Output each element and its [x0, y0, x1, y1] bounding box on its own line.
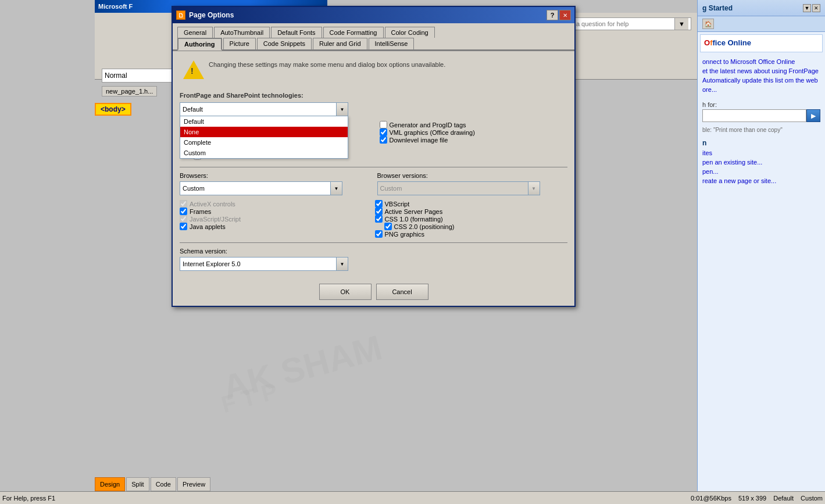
search-go-btn[interactable]: ▶ [806, 109, 820, 122]
cb-asp[interactable] [375, 208, 383, 215]
tab-code-formatting[interactable]: Code Formatting [323, 27, 384, 38]
cb-css2[interactable] [384, 223, 392, 230]
right-panel-links: onnect to Microsoft Office Online et the… [698, 55, 825, 99]
option-complete[interactable]: Complete [180, 137, 348, 148]
technologies-popup: Default None Complete Custom [180, 116, 348, 159]
cb-down-row: Downlevel image file [380, 136, 568, 144]
cb-js-row: JavaScript/JScript [180, 215, 373, 223]
right-panel-header: g Started ▼ ✕ [698, 0, 825, 16]
cb-javascript[interactable] [180, 215, 187, 223]
warning-row: Changing these settings may make some me… [180, 57, 567, 85]
tab-row-1: General AutoThumbnail Default Fonts Code… [173, 23, 574, 38]
cb-asp-row: Active Server Pages [375, 208, 568, 215]
cb-down-label: Downlevel image file [390, 137, 448, 144]
cb-png-label: PNG graphics [385, 231, 424, 238]
cb-java-applets[interactable] [180, 223, 187, 230]
cb-activex[interactable] [180, 200, 187, 208]
frontpage-label: FrontPage and SharePoint technologies: [180, 92, 567, 99]
cb-css1-label: CSS 1.0 (formatting) [385, 216, 443, 223]
link-open[interactable]: pen... [702, 168, 820, 175]
panel-close-btn[interactable]: ✕ [812, 4, 820, 12]
panel-nav-bar: 🏠 [698, 16, 825, 32]
browsers-section: Browsers: Custom ▼ Browser versions: Cus… [180, 172, 567, 195]
page-options-dialog: 🗋 Page Options ? ✕ General AutoThumbnail… [172, 6, 576, 307]
cb-vml-label: VML graphics (Office drawing) [390, 129, 475, 136]
schema-arrow[interactable]: ▼ [336, 258, 348, 270]
tab-picture[interactable]: Picture [223, 38, 256, 49]
cb-gen-label: Generator and ProgID tags [390, 121, 466, 128]
sites-section: n ites pen an existing site... pen... re… [698, 135, 825, 190]
cb-png-row: PNG graphics [375, 230, 568, 238]
search-label: h for: [702, 101, 820, 108]
browsers-dropdown-arrow[interactable]: ▼ [330, 182, 342, 195]
link-news[interactable]: et the latest news about using FrontPage [702, 67, 820, 74]
cb-asp-label: Active Server Pages [385, 208, 443, 215]
browsers-dropdown[interactable]: Custom ▼ [180, 181, 342, 195]
tab-code-snippets[interactable]: Code Snippets [257, 38, 312, 49]
browser-versions-arrow[interactable]: ▼ [528, 182, 540, 195]
search-row: ▶ [702, 109, 820, 122]
search-input[interactable] [702, 109, 806, 122]
ok-button[interactable]: OK [319, 284, 372, 300]
technologies-dropdown[interactable]: Default ▼ [180, 102, 348, 116]
browsers-col: Browsers: Custom ▼ [180, 172, 370, 195]
tab-color-coding[interactable]: Color Coding [385, 27, 435, 38]
cb-png[interactable] [375, 230, 383, 238]
cb-vml[interactable] [380, 128, 387, 136]
cb-generator-progid[interactable] [380, 121, 387, 128]
panel-dropdown-btn[interactable]: ▼ [803, 4, 811, 12]
option-default[interactable]: Default [180, 116, 348, 127]
option-none[interactable]: None [180, 127, 348, 137]
status-dimensions: 519 x 399 [738, 495, 766, 502]
features-col-right: VBScript Active Server Pages CSS 1.0 (fo… [375, 200, 568, 238]
right-panel-controls[interactable]: ▼ ✕ [803, 4, 820, 12]
section-divider-1 [180, 167, 567, 167]
cancel-button[interactable]: Cancel [376, 284, 428, 300]
dialog-icon: 🗋 [176, 10, 185, 20]
link-open-site[interactable]: pen an existing site... [702, 159, 820, 166]
link-more[interactable]: ore... [702, 86, 820, 93]
dialog-titlebar: 🗋 Page Options ? ✕ [173, 7, 574, 23]
technologies-arrow[interactable]: ▼ [336, 103, 348, 116]
cb-downlevel[interactable] [380, 136, 387, 144]
tab-intellisense[interactable]: IntelliSense [369, 38, 415, 49]
cb-vbscript[interactable] [180, 208, 187, 215]
schema-dropdown[interactable]: Internet Explorer 5.0 ▼ [180, 257, 348, 271]
tech-col-right: Generator and ProgID tags VML graphics (… [380, 121, 568, 162]
link-sites[interactable]: ites [702, 149, 820, 156]
cb-activex-label: ActiveX controls [190, 201, 235, 208]
status-mode: Default [773, 495, 794, 502]
dialog-controls: ? ✕ [547, 10, 571, 20]
link-connect[interactable]: onnect to Microsoft Office Online [702, 58, 820, 65]
tab-ruler-grid[interactable]: Ruler and Grid [313, 38, 367, 49]
dialog-overlay: 🗋 Page Options ? ✕ General AutoThumbnail… [0, 0, 697, 504]
tab-autothumbnail[interactable]: AutoThumbnail [214, 27, 270, 38]
css2-indent: CSS 2.0 (positioning) [384, 223, 568, 230]
browser-features-grid: ActiveX controls Frames JavaScript/JScri… [180, 200, 567, 238]
technologies-dropdown-container: Default ▼ Default None Complete Custom [180, 102, 567, 116]
cb-java-row: Java applets [180, 223, 373, 230]
cb-frames-label: VBScript [385, 201, 410, 208]
tip-text: ble: "Print more than one copy" [698, 124, 825, 135]
section-divider-2 [180, 242, 567, 243]
dialog-help-btn[interactable]: ? [547, 10, 558, 20]
warning-icon [183, 60, 204, 81]
dialog-title-text: Page Options [189, 11, 234, 19]
tab-authoring[interactable]: Authoring [177, 38, 222, 51]
tab-default-fonts[interactable]: Default Fonts [271, 27, 322, 38]
search-section: h for: ▶ [698, 99, 825, 124]
status-custom: Custom [801, 495, 823, 502]
tab-general[interactable]: General [177, 27, 213, 38]
dialog-title-section: 🗋 Page Options [176, 10, 234, 20]
panel-home-btn[interactable]: 🏠 [702, 19, 714, 29]
browser-versions-dropdown[interactable]: Custom ▼ [377, 181, 540, 195]
schema-section: Schema version: Internet Explorer 5.0 ▼ [180, 248, 567, 271]
cb-vbs-label: Frames [190, 208, 211, 215]
dialog-close-btn[interactable]: ✕ [559, 10, 571, 20]
link-create[interactable]: reate a new page or site... [702, 177, 820, 184]
cb-frames[interactable] [375, 200, 383, 208]
cb-css1[interactable] [375, 215, 383, 223]
cb-frames-row: VBScript [375, 200, 568, 208]
option-custom[interactable]: Custom [180, 148, 348, 158]
link-update[interactable]: Automatically update this list om the we… [702, 77, 820, 84]
